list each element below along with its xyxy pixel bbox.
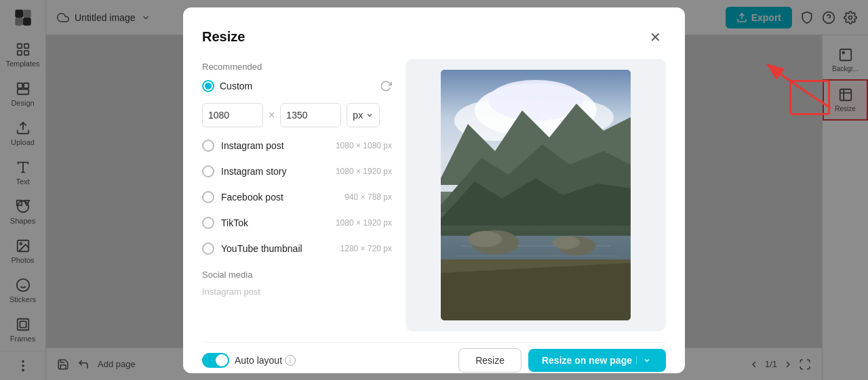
modal-body: Recommended Custom — [202, 59, 666, 331]
svg-marker-52 — [441, 263, 631, 320]
toggle-knob — [216, 354, 228, 366]
resize-modal: Resize ✕ Recommended Custom — [183, 7, 685, 373]
preset-instagram-post-left: Instagram post — [202, 140, 284, 152]
svg-point-50 — [553, 236, 580, 249]
width-input[interactable] — [202, 103, 263, 127]
auto-layout-row: Auto layout i — [202, 353, 296, 368]
social-media-placeholder: Instagram post — [202, 287, 392, 297]
refresh-icon[interactable] — [380, 80, 392, 92]
custom-radio[interactable] — [202, 80, 214, 92]
preset-instagram-post-radio[interactable] — [202, 140, 214, 152]
custom-radio-dot — [205, 83, 212, 89]
preset-youtube-size: 1280 × 720 px — [340, 244, 392, 253]
preset-instagram-post[interactable]: Instagram post 1080 × 1080 px — [202, 135, 392, 156]
preset-instagram-story-size: 1080 × 1920 px — [336, 167, 392, 176]
auto-layout-info-icon[interactable]: i — [285, 355, 296, 366]
auto-layout-toggle[interactable] — [202, 353, 229, 368]
auto-layout-label: Auto layout i — [235, 355, 296, 366]
preset-youtube[interactable]: YouTube thumbnail 1280 × 720 px — [202, 238, 392, 259]
resize-new-page-button[interactable]: Resize on new page — [528, 349, 666, 372]
caret-down-icon — [643, 356, 651, 364]
svg-point-48 — [468, 231, 502, 247]
preset-facebook-post[interactable]: Facebook post 940 × 788 px — [202, 187, 392, 207]
preset-facebook-post-size: 940 × 788 px — [344, 192, 392, 202]
preset-tiktok-label: TikTok — [221, 217, 248, 228]
preset-tiktok[interactable]: TikTok 1080 × 1920 px — [202, 213, 392, 233]
unit-label: px — [353, 110, 363, 121]
custom-option-left: Custom — [202, 80, 252, 92]
preset-tiktok-size: 1080 × 1920 px — [336, 218, 392, 228]
mountain-svg — [441, 70, 631, 320]
resize-button[interactable]: Resize — [458, 348, 521, 373]
preview-image — [441, 70, 631, 320]
preset-youtube-left: YouTube thumbnail — [202, 242, 302, 255]
preset-youtube-label: YouTube thumbnail — [221, 243, 302, 254]
dimension-separator: × — [269, 109, 275, 121]
mountain-scene — [441, 70, 631, 320]
preset-facebook-post-left: Facebook post — [202, 191, 283, 203]
custom-option[interactable]: Custom — [202, 77, 392, 95]
recommended-section-label: Recommended — [202, 62, 392, 72]
modal-left-panel: Recommended Custom — [202, 59, 392, 331]
modal-preview — [406, 59, 666, 331]
dimension-inputs: × px — [202, 103, 392, 127]
custom-label: Custom — [220, 81, 252, 91]
unit-chevron-icon — [366, 111, 374, 119]
social-media-section-label: Social media — [202, 270, 392, 280]
preset-instagram-story-radio[interactable] — [202, 165, 214, 177]
preset-youtube-radio[interactable] — [202, 242, 214, 255]
unit-select[interactable]: px — [347, 103, 380, 127]
preset-facebook-post-label: Facebook post — [221, 192, 283, 203]
preset-instagram-story[interactable]: Instagram story 1080 × 1920 px — [202, 161, 392, 182]
preset-instagram-post-size: 1080 × 1080 px — [336, 141, 392, 150]
modal-header: Resize ✕ — [202, 26, 666, 48]
preset-instagram-story-left: Instagram story — [202, 165, 286, 177]
preset-tiktok-radio[interactable] — [202, 217, 214, 229]
footer-buttons: Resize Resize on new page — [458, 348, 666, 373]
preset-instagram-story-label: Instagram story — [221, 166, 286, 177]
resize-new-page-caret[interactable] — [636, 356, 652, 364]
preset-facebook-post-radio[interactable] — [202, 191, 214, 203]
preset-instagram-post-label: Instagram post — [221, 140, 284, 151]
height-input[interactable] — [280, 103, 341, 127]
preset-tiktok-left: TikTok — [202, 217, 248, 229]
modal-footer: Auto layout i Resize Resize on new page — [202, 342, 666, 373]
modal-title: Resize — [202, 29, 245, 45]
modal-overlay[interactable]: Resize ✕ Recommended Custom — [0, 0, 868, 380]
modal-close-button[interactable]: ✕ — [644, 26, 666, 48]
